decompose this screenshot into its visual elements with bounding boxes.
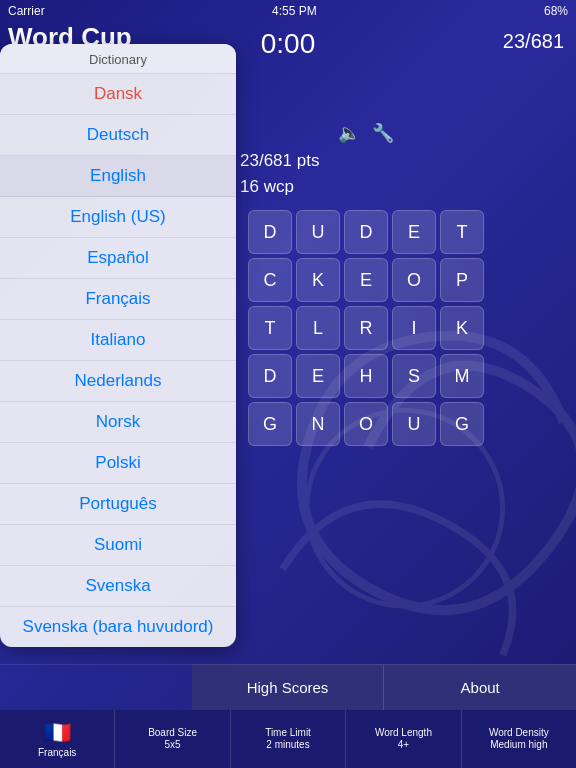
letter-cell[interactable]: K [440, 306, 484, 350]
toolbar-item-label: Board Size 5x5 [148, 727, 197, 751]
dictionary-item-norsk[interactable]: Norsk [0, 402, 236, 443]
toolbar-item-label: Time Limit 2 minutes [265, 727, 311, 751]
toolbar-item-label: Word Length 4+ [375, 727, 432, 751]
dictionary-item-polski[interactable]: Polski [0, 443, 236, 484]
letter-cell[interactable]: O [392, 258, 436, 302]
icons-row: 🔈 🔧 [338, 122, 394, 144]
dictionary-item-francais[interactable]: Français [0, 279, 236, 320]
letter-cell[interactable]: O [344, 402, 388, 446]
toolbar-flag-icon: 🇫🇷 [44, 720, 71, 746]
letter-cell[interactable]: T [248, 306, 292, 350]
volume-icon[interactable]: 🔈 [338, 122, 360, 144]
letter-cell[interactable]: U [296, 210, 340, 254]
dictionary-item-espanol[interactable]: Español [0, 238, 236, 279]
carrier-label: Carrier [8, 4, 45, 18]
letter-cell[interactable]: L [296, 306, 340, 350]
toolbar-item-time_limit[interactable]: Time Limit 2 minutes [231, 710, 346, 768]
wcp-label: 16 wcp [240, 174, 319, 200]
dictionary-item-english[interactable]: English [0, 156, 236, 197]
letter-cell[interactable]: D [248, 354, 292, 398]
dictionary-item-suomi[interactable]: Suomi [0, 525, 236, 566]
letter-cell[interactable]: C [248, 258, 292, 302]
toolbar-item-label: Français [38, 747, 76, 759]
action-buttons-row: High Scores About [0, 664, 576, 710]
status-bar: Carrier 4:55 PM 68% [0, 0, 576, 22]
toolbar-item-board_size[interactable]: Board Size 5x5 [115, 710, 230, 768]
dictionary-item-english_us[interactable]: English (US) [0, 197, 236, 238]
score-fraction-display: 23/681 [503, 30, 564, 53]
dictionary-item-italiano[interactable]: Italiano [0, 320, 236, 361]
dictionary-header: Dictionary [0, 44, 236, 74]
toolbar-item-word_density[interactable]: Word Density Medium high [462, 710, 576, 768]
dictionary-panel[interactable]: Dictionary DanskDeutschEnglishEnglish (U… [0, 44, 236, 647]
letter-cell[interactable]: K [296, 258, 340, 302]
letter-cell[interactable]: D [248, 210, 292, 254]
dictionary-item-dansk[interactable]: Dansk [0, 74, 236, 115]
letter-cell[interactable]: G [440, 402, 484, 446]
dictionary-item-deutsch[interactable]: Deutsch [0, 115, 236, 156]
letter-grid[interactable]: DUDETCKEOPTLRIKDEHSMGNOUG [248, 210, 484, 446]
high-scores-button[interactable]: High Scores [192, 664, 385, 710]
settings-icon[interactable]: 🔧 [372, 122, 394, 144]
timer-display: 0:00 [261, 28, 316, 60]
dictionary-item-svenska[interactable]: Svenska [0, 566, 236, 607]
letter-cell[interactable]: D [344, 210, 388, 254]
letter-cell[interactable]: H [344, 354, 388, 398]
battery-label: 68% [544, 4, 568, 18]
letter-cell[interactable]: U [392, 402, 436, 446]
toolbar-item-language[interactable]: 🇫🇷Français [0, 710, 115, 768]
pts-label: 23/681 pts [240, 148, 319, 174]
letter-cell[interactable]: N [296, 402, 340, 446]
letter-cell[interactable]: M [440, 354, 484, 398]
letter-cell[interactable]: I [392, 306, 436, 350]
letter-cell[interactable]: P [440, 258, 484, 302]
letter-cell[interactable]: G [248, 402, 292, 446]
letter-cell[interactable]: E [344, 258, 388, 302]
time-label: 4:55 PM [272, 4, 317, 18]
toolbar-item-label: Word Density Medium high [489, 727, 549, 751]
letter-cell[interactable]: E [392, 210, 436, 254]
score-info: 23/681 pts 16 wcp [240, 148, 319, 199]
letter-cell[interactable]: R [344, 306, 388, 350]
letter-cell[interactable]: T [440, 210, 484, 254]
toolbar-item-word_length[interactable]: Word Length 4+ [346, 710, 461, 768]
bottom-toolbar: 🇫🇷FrançaisBoard Size 5x5Time Limit 2 min… [0, 710, 576, 768]
letter-cell[interactable]: E [296, 354, 340, 398]
letter-cell[interactable]: S [392, 354, 436, 398]
dictionary-item-portugues[interactable]: Português [0, 484, 236, 525]
action-spacer [0, 664, 192, 710]
dictionary-item-nederlands[interactable]: Nederlands [0, 361, 236, 402]
dictionary-item-svenska_bara[interactable]: Svenska (bara huvudord) [0, 607, 236, 647]
about-button[interactable]: About [384, 664, 576, 710]
